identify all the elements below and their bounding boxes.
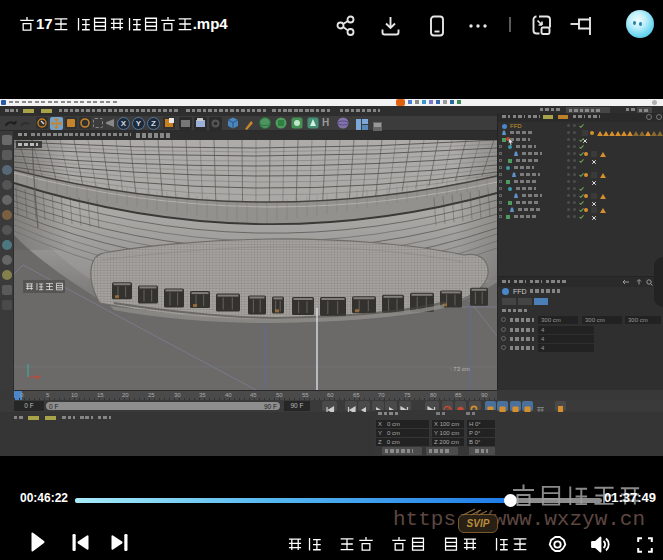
svg-text:: 73 cm: : 73 cm xyxy=(450,366,470,372)
